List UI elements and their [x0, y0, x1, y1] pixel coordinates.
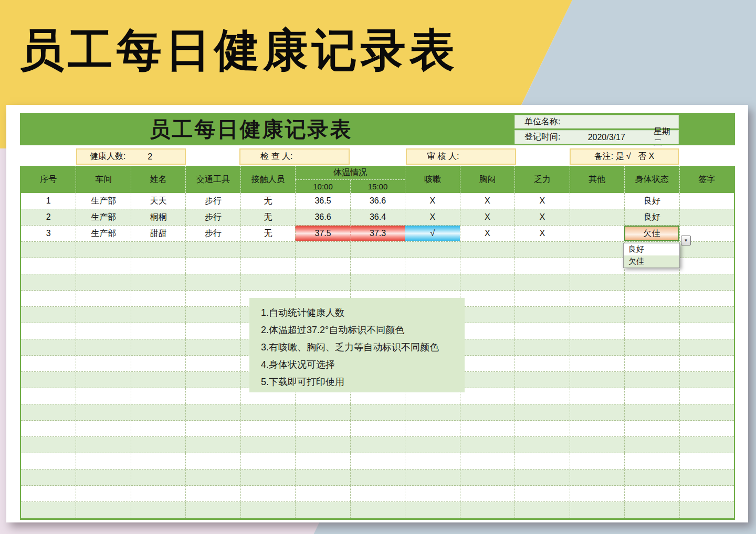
table-cell[interactable] — [514, 421, 569, 436]
table-cell[interactable] — [460, 307, 514, 323]
table-cell[interactable] — [185, 388, 240, 404]
table-cell[interactable] — [185, 339, 240, 355]
table-cell[interactable] — [240, 502, 295, 518]
table-cell[interactable] — [679, 193, 734, 209]
table-cell[interactable] — [131, 502, 185, 518]
table-cell[interactable] — [21, 356, 76, 371]
table-cell[interactable] — [514, 372, 569, 388]
table-cell[interactable] — [295, 258, 350, 274]
table-cell[interactable] — [624, 323, 679, 339]
table-cell[interactable] — [624, 372, 679, 388]
table-cell[interactable] — [185, 453, 240, 469]
table-cell[interactable]: X — [460, 193, 514, 209]
table-cell[interactable] — [514, 502, 569, 518]
table-cell[interactable] — [460, 242, 514, 258]
table-cell[interactable] — [624, 421, 679, 436]
table-cell[interactable] — [405, 421, 459, 436]
table-cell[interactable]: √ — [405, 226, 459, 241]
header-cell-cough[interactable]: 咳嗽 — [405, 166, 459, 193]
table-cell[interactable] — [295, 274, 350, 290]
table-cell[interactable] — [131, 421, 185, 436]
table-cell[interactable] — [131, 404, 185, 420]
table-cell[interactable]: 步行 — [185, 193, 240, 209]
table-cell[interactable] — [514, 437, 569, 453]
table-cell[interactable] — [350, 486, 405, 501]
table-cell[interactable] — [679, 469, 734, 485]
table-cell[interactable]: 甜甜 — [131, 226, 185, 241]
table-cell[interactable] — [514, 274, 569, 290]
table-cell[interactable] — [185, 421, 240, 436]
table-cell[interactable] — [76, 307, 130, 323]
table-cell[interactable] — [350, 502, 405, 518]
table-cell[interactable] — [185, 291, 240, 306]
table-cell[interactable] — [21, 404, 76, 420]
table-cell[interactable] — [570, 404, 624, 420]
table-cell[interactable] — [131, 388, 185, 404]
table-cell[interactable] — [679, 274, 734, 290]
table-cell[interactable]: 1 — [21, 193, 76, 209]
table-cell[interactable] — [460, 356, 514, 371]
table-cell[interactable] — [570, 209, 624, 225]
table-cell[interactable] — [570, 291, 624, 306]
table-cell[interactable]: X — [514, 193, 569, 209]
table-cell[interactable] — [76, 339, 130, 355]
table-cell[interactable] — [514, 404, 569, 420]
table-cell[interactable] — [624, 453, 679, 469]
table-cell[interactable] — [460, 453, 514, 469]
table-cell[interactable] — [131, 486, 185, 501]
table-cell[interactable] — [185, 486, 240, 501]
table-cell[interactable] — [76, 323, 130, 339]
table-cell[interactable] — [21, 388, 76, 404]
table-cell[interactable] — [295, 502, 350, 518]
table-cell[interactable] — [21, 486, 76, 501]
table-cell[interactable] — [185, 307, 240, 323]
table-cell[interactable] — [624, 274, 679, 290]
table-cell[interactable]: X — [514, 226, 569, 241]
table-cell[interactable] — [131, 323, 185, 339]
table-cell[interactable]: X — [460, 226, 514, 241]
dropdown-arrow-button[interactable]: ▼ — [681, 236, 691, 245]
table-cell[interactable] — [514, 339, 569, 355]
table-cell[interactable] — [185, 242, 240, 258]
table-cell[interactable] — [350, 437, 405, 453]
table-cell[interactable] — [570, 469, 624, 485]
table-cell[interactable] — [679, 453, 734, 469]
table-cell[interactable] — [405, 242, 459, 258]
header-cell-contacts[interactable]: 接触人员 — [240, 166, 295, 193]
table-cell[interactable] — [240, 486, 295, 501]
table-cell[interactable] — [185, 502, 240, 518]
table-cell[interactable] — [624, 502, 679, 518]
reviewer-box[interactable]: 审 核 人: — [406, 148, 516, 165]
table-cell[interactable] — [240, 421, 295, 436]
table-cell[interactable] — [76, 242, 130, 258]
table-cell[interactable] — [460, 274, 514, 290]
table-cell[interactable] — [131, 258, 185, 274]
header-cell-temperature[interactable]: 体温情况 — [295, 166, 405, 180]
table-cell[interactable] — [514, 291, 569, 306]
table-cell[interactable]: X — [460, 209, 514, 225]
table-cell[interactable] — [185, 356, 240, 371]
table-cell[interactable] — [240, 469, 295, 485]
table-cell[interactable] — [514, 258, 569, 274]
table-cell[interactable] — [405, 258, 459, 274]
table-cell[interactable]: 37.3 — [350, 226, 405, 241]
table-cell[interactable] — [679, 437, 734, 453]
table-cell[interactable] — [76, 258, 130, 274]
table-cell[interactable] — [679, 258, 734, 274]
table-cell[interactable] — [624, 404, 679, 420]
inspector-box[interactable]: 检 查 人: — [239, 148, 350, 165]
table-cell[interactable] — [350, 453, 405, 469]
table-cell[interactable] — [350, 258, 405, 274]
table-cell[interactable] — [21, 291, 76, 306]
table-cell[interactable] — [405, 453, 459, 469]
table-cell[interactable] — [405, 274, 459, 290]
table-cell[interactable] — [514, 242, 569, 258]
table-cell[interactable] — [21, 307, 76, 323]
table-cell[interactable] — [460, 372, 514, 388]
table-cell[interactable]: 36.6 — [350, 193, 405, 209]
table-cell[interactable] — [350, 404, 405, 420]
table-cell[interactable] — [240, 274, 295, 290]
header-cell-temp-1500[interactable]: 15:00 — [350, 180, 405, 193]
table-cell[interactable] — [76, 453, 130, 469]
table-cell[interactable] — [570, 307, 624, 323]
